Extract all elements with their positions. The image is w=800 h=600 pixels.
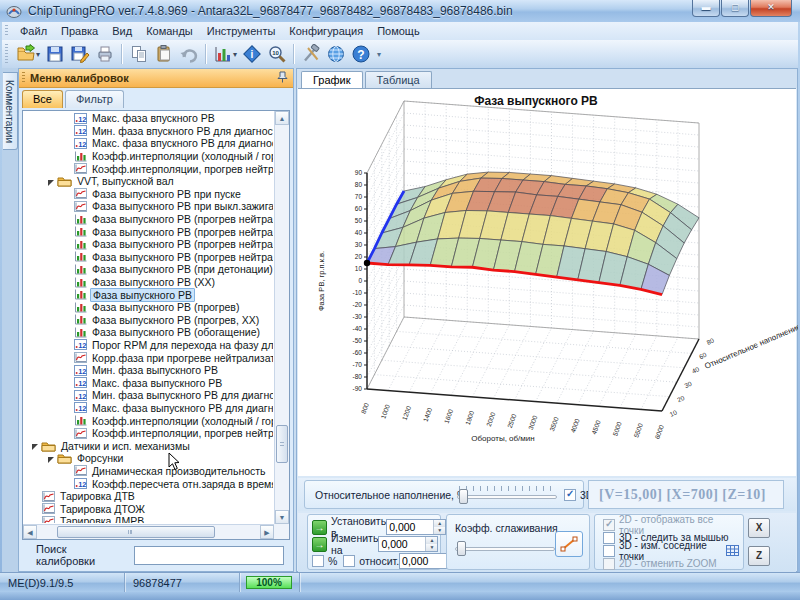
toolbar-overflow-icon[interactable]: ▾ [377, 50, 381, 59]
checkbox-relative-box[interactable] [343, 555, 355, 567]
menu-2[interactable]: Правка [54, 23, 105, 39]
apply-change-button[interactable]: → [312, 537, 327, 552]
tree-folder[interactable]: VVT, выпускной вал [24, 175, 273, 188]
scrollbar-thumb-h[interactable] [57, 526, 215, 538]
scroll-right-icon[interactable]: ▶ [260, 525, 274, 539]
tree-item[interactable]: Коэфф.интерполяции, прогрев нейтр. (холо… [24, 427, 273, 440]
comments-tab[interactable]: Комментарии [3, 72, 18, 150]
tree-item[interactable]: 12Макс. фаза выпускного РВ для диагности… [24, 402, 273, 415]
change-value-spinner[interactable]: ▲▼ [378, 536, 438, 552]
tree-item[interactable]: Фаза выпускного РВ при пуске [24, 188, 273, 201]
checkbox-relative[interactable]: относит. [343, 555, 399, 567]
tree-item[interactable]: Фаза выпускного РВ (прогрев нейтрал., ХХ… [24, 251, 273, 264]
swap-x-button[interactable]: X [748, 518, 770, 538]
tree-item[interactable]: 12Мин. фаза впускного РВ для диагностики [24, 125, 273, 138]
spin-down-icon[interactable]: ▼ [434, 527, 445, 534]
apply-set-button[interactable]: → [312, 520, 327, 535]
expander-icon[interactable] [32, 444, 38, 450]
tree-item[interactable]: 12Мин. фаза выпускного РВ для диагностик… [24, 389, 273, 402]
menu-4[interactable]: Команды [139, 23, 200, 39]
tree-item[interactable]: 12Макс. фаза впускного РВ для диагностик… [24, 137, 273, 150]
relative-value-input[interactable] [400, 554, 446, 568]
close-button[interactable]: ✕ [750, 0, 792, 17]
tree-item[interactable]: Коэфф.интерполяции (холодный / горячий ) [24, 414, 273, 427]
menu-7[interactable]: Помощь [370, 23, 427, 39]
tree-item[interactable]: 12Макс. фаза впускного РВ [24, 112, 273, 125]
maximize-button[interactable]: ▢ [721, 0, 749, 17]
checkbox-3d-box[interactable] [564, 489, 576, 501]
change-value-input[interactable] [379, 537, 425, 551]
open-button[interactable] [13, 42, 38, 66]
save-edit-button[interactable] [67, 42, 92, 66]
scroll-left-icon[interactable]: ◀ [23, 525, 37, 539]
tree-item[interactable]: Тарировка ДТВ [24, 490, 273, 503]
tree-item[interactable]: Фаза выпускного РВ (ХХ) [24, 276, 273, 289]
smoothing-slider[interactable] [455, 539, 555, 557]
pin-icon[interactable] [277, 71, 288, 85]
spin-up-icon[interactable]: ▲ [434, 520, 445, 527]
tree-item[interactable]: Фаза выпускного РВ (прогрев, ХХ) [24, 314, 273, 327]
chart-dropdown-icon[interactable]: ▾ [233, 50, 237, 59]
checkbox-percent-box[interactable] [312, 555, 324, 567]
tree-horizontal-scrollbar[interactable]: ◀ ▶ [23, 524, 274, 539]
tree-item[interactable]: 12Порог RPM для перехода на фазу для реж… [24, 339, 273, 352]
print-button[interactable] [92, 42, 117, 66]
expander-icon[interactable] [48, 180, 54, 186]
tab-all[interactable]: Все [22, 90, 63, 108]
tree-item[interactable]: Динамическая производительность [24, 465, 273, 478]
tree-folder[interactable]: Датчики и исп. механизмы [24, 439, 273, 452]
tree-folder[interactable]: Форсунки [24, 452, 273, 465]
menu-6[interactable]: Конфигурация [282, 23, 370, 39]
info-button[interactable]: i [239, 42, 264, 66]
save-button[interactable] [42, 42, 67, 66]
tree-item[interactable]: Фаза выпускного РВ (обогащение) [24, 326, 273, 339]
tree-item[interactable]: 12Мин. фаза выпускного РВ [24, 364, 273, 377]
tree-item[interactable]: Коэфф.интерполяции (холодный / горячий ) [24, 150, 273, 163]
minimize-button[interactable]: ▬ [692, 0, 720, 17]
tree-item[interactable]: Фаза выпускного РВ (прогрев нейтрал., ХХ… [24, 238, 273, 251]
slider-thumb[interactable] [459, 489, 468, 504]
tree-item[interactable]: 12Коэфф.пересчета отн.заряда в время впр… [24, 477, 273, 490]
tree-item[interactable]: Фаза выпускного РВ (при детонации) [24, 263, 273, 276]
tree-item[interactable]: Корр.фаза при прогреве нейтрализатора [24, 351, 273, 364]
tree-item[interactable]: Тарировка ДТОЖ [24, 502, 273, 515]
spin-down-icon[interactable]: ▼ [426, 544, 437, 551]
undo-button[interactable] [176, 42, 201, 66]
copy-button[interactable] [126, 42, 151, 66]
tree-item[interactable]: 12Макс. фаза выпускного РВ [24, 376, 273, 389]
expander-icon[interactable] [48, 457, 54, 463]
checkbox-percent[interactable]: % [312, 555, 337, 567]
tree-item[interactable]: Фаза выпускного РВ (прогрев нейтрализато… [24, 213, 273, 226]
spin-up-icon[interactable]: ▲ [426, 537, 437, 544]
menu-1[interactable]: Файл [13, 23, 54, 39]
paste-button[interactable] [151, 42, 176, 66]
menu-5[interactable]: Инструменты [200, 23, 283, 39]
tree-item[interactable]: Фаза выпускного РВ (прогрев) [24, 301, 273, 314]
option-checkbox-4[interactable]: 2D - отменить ZOOM [603, 558, 717, 570]
help-button[interactable]: ? [348, 42, 373, 66]
tree-item[interactable]: Фаза выпускного РВ при выкл.зажигания [24, 200, 273, 213]
search-input[interactable] [134, 546, 284, 565]
zoom-10x-button[interactable]: 10 [264, 42, 289, 66]
tree-item[interactable]: Коэфф.интерполяции, прогрев нейтр. (холо… [24, 162, 273, 175]
tools-button[interactable] [298, 42, 323, 66]
network-button[interactable] [323, 42, 348, 66]
tree-vertical-scrollbar[interactable]: ▲ ▼ [274, 111, 289, 524]
slider-groove[interactable] [455, 547, 555, 551]
chart-button[interactable] [210, 42, 235, 66]
tab-graph[interactable]: График [301, 71, 363, 88]
slider-thumb[interactable] [457, 541, 466, 556]
load-slider[interactable] [457, 487, 557, 505]
open-dropdown-icon[interactable]: ▾ [36, 50, 40, 59]
tab-table[interactable]: Таблица [365, 71, 432, 88]
scroll-down-icon[interactable]: ▼ [275, 510, 289, 524]
tab-filter[interactable]: Фильтр [65, 90, 124, 108]
set-value-spinner[interactable]: ▲▼ [386, 519, 446, 535]
tree-item[interactable]: Фаза выпускного РВ (прогрев нейтрал., хо… [24, 225, 273, 238]
tree-item[interactable]: Фаза выпускного РВ [24, 288, 273, 301]
scrollbar-thumb[interactable] [276, 425, 288, 463]
surface-chart[interactable]: -90-80-70-60-50-40-30-20-100102030405060… [298, 88, 796, 476]
tree-item[interactable]: Тарировка ДМРВ [24, 515, 273, 523]
swap-z-button[interactable]: Z [748, 546, 770, 566]
checkbox-box[interactable] [603, 519, 615, 531]
